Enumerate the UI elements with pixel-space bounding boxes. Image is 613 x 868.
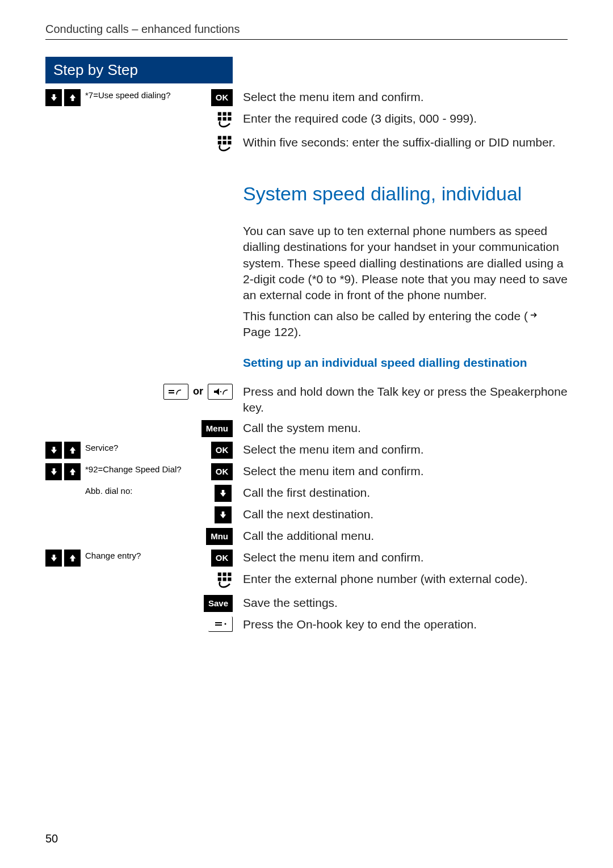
display-text: Change entry? [82, 550, 211, 561]
instruction-text: Select the menu item and confirm. [233, 89, 568, 105]
svg-rect-13 [169, 392, 174, 393]
instruction-text: Select the menu item and confirm. [233, 442, 568, 458]
arrow-up-icon [64, 550, 81, 567]
arrow-up-icon [64, 89, 81, 106]
instruction-text: Call the first destination. [233, 485, 568, 501]
instruction-text: Enter the required code (3 digits, 000 -… [233, 111, 568, 127]
svg-rect-10 [223, 141, 226, 144]
page-reference [528, 310, 540, 320]
svg-rect-1 [223, 112, 226, 116]
body-paragraph: You can save up to ten external phone nu… [233, 223, 568, 304]
svg-rect-0 [218, 112, 221, 116]
display-text: Abb. dial no: [82, 485, 215, 496]
svg-rect-19 [223, 578, 226, 581]
ok-softkey: OK [211, 89, 233, 106]
menu-softkey: Menu [201, 420, 233, 437]
instruction-text: Call the next destination. [233, 506, 568, 522]
nav-arrows [45, 442, 82, 459]
nav-arrows [45, 463, 82, 480]
svg-rect-6 [218, 136, 221, 140]
arrow-down-icon [45, 550, 62, 567]
nav-arrows [45, 89, 82, 106]
ok-softkey: OK [211, 463, 233, 480]
mnu-softkey: Mnu [206, 528, 233, 545]
svg-rect-2 [228, 112, 231, 116]
svg-rect-3 [218, 117, 221, 120]
arrow-up-icon [64, 463, 81, 480]
step-by-step-block: Step by Step [45, 57, 233, 83]
svg-rect-15 [218, 573, 221, 576]
svg-rect-22 [215, 624, 222, 626]
svg-rect-17 [228, 573, 231, 576]
svg-rect-9 [218, 141, 221, 144]
page: Conducting calls – enhanced functions St… [0, 0, 613, 868]
arrow-down-icon [215, 485, 232, 502]
instruction-text: Select the menu item and confirm. [233, 463, 568, 479]
save-softkey: Save [204, 595, 233, 612]
page-number: 50 [45, 832, 58, 845]
svg-rect-18 [218, 578, 221, 581]
body-paragraph: This function can also be called by ente… [233, 308, 568, 341]
arrow-down-icon [215, 506, 232, 523]
instruction-text: Call the system menu. [233, 420, 568, 436]
instruction-text: Select the menu item and confirm. [233, 550, 568, 565]
talk-key-icon [163, 384, 188, 400]
speakerphone-key-icon [208, 384, 233, 400]
keypad-icon [216, 135, 233, 154]
arrow-down-icon [45, 442, 62, 459]
svg-rect-7 [223, 136, 226, 140]
instruction-text: Within five seconds: enter the suffix-di… [233, 135, 568, 150]
ok-softkey: OK [211, 550, 233, 567]
arrow-up-icon [64, 442, 81, 459]
keypad-icon [216, 571, 233, 590]
svg-rect-5 [228, 117, 231, 120]
svg-rect-12 [169, 390, 174, 391]
svg-rect-20 [228, 578, 231, 581]
svg-point-23 [225, 623, 226, 625]
svg-rect-8 [228, 136, 231, 140]
display-text: *92=Change Speed Dial? [82, 463, 211, 475]
svg-rect-4 [223, 117, 226, 120]
display-text: *7=Use speed dialing? [82, 89, 211, 100]
instruction-text: Enter the external phone number (with ex… [233, 571, 568, 587]
instruction-text: Press the On-hook key to end the operati… [233, 617, 568, 632]
display-text: Service? [82, 442, 211, 453]
instruction-text: Press and hold down the Talk key or pres… [233, 384, 568, 416]
arrow-down-icon [45, 463, 62, 480]
svg-rect-11 [228, 141, 231, 144]
arrow-down-icon [45, 89, 62, 106]
ok-softkey: OK [211, 442, 233, 459]
nav-arrows [45, 550, 82, 567]
svg-rect-16 [223, 573, 226, 576]
subsection-title: Setting up an individual speed dialling … [243, 355, 568, 371]
instruction-text: Save the settings. [233, 595, 568, 611]
header-rule [45, 39, 568, 40]
onhook-key-icon [208, 617, 233, 632]
svg-rect-21 [215, 622, 222, 623]
section-title: System speed dialling, individual [243, 181, 568, 207]
or-label: or [193, 385, 203, 397]
running-header: Conducting calls – enhanced functions [45, 23, 568, 39]
step-by-step-title: Step by Step [45, 57, 233, 83]
svg-rect-14 [220, 391, 221, 392]
instruction-text: Call the additional menu. [233, 528, 568, 544]
keypad-icon [216, 111, 233, 130]
